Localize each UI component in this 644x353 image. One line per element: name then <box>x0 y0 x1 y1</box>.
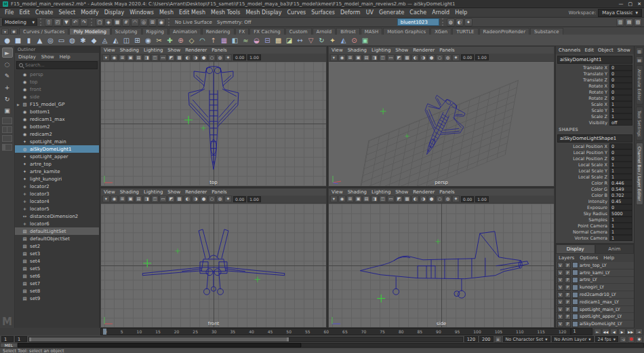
viewport-toolbar-icon[interactable]: ▩ <box>403 196 411 202</box>
open-scene-icon[interactable]: ◰ <box>54 18 62 26</box>
viewport-toolbar-icon[interactable]: ● <box>428 54 435 61</box>
outliner-item[interactable]: ◉ bottom1 <box>15 108 99 115</box>
viewport-toolbar-icon[interactable]: ◐ <box>411 54 419 61</box>
viewport-toolbar-icon[interactable]: ▣ <box>127 54 134 61</box>
channel-label[interactable]: Normal Camera <box>556 229 609 235</box>
viewport-toolbar-icon[interactable]: ◩ <box>167 54 175 61</box>
viewport-toolbar-icon[interactable]: ▾ <box>330 196 338 202</box>
channel-value-field[interactable]: 0.446 <box>609 180 632 186</box>
viewport-toolbar-icon[interactable]: ◨ <box>143 196 150 202</box>
outliner-item[interactable]: ▶ ▧ F15_model_GP <box>15 100 99 108</box>
display-layer-row[interactable]: V P kunogiri_LY <box>556 284 634 291</box>
layer-editor-menu-item[interactable]: Options <box>580 255 598 261</box>
channel-label[interactable]: Translate X <box>556 65 609 71</box>
channel-value-field[interactable]: 0 <box>609 143 632 149</box>
shelf-tool-icon[interactable]: ✚ <box>165 35 175 45</box>
outliner-item[interactable]: ◉ redicam1_max <box>15 115 99 123</box>
outliner-item[interactable]: ▤ set4 <box>15 257 99 265</box>
viewport-toolbar-icon[interactable]: ◫ <box>379 196 386 202</box>
outliner-item[interactable]: ✦ artre_kamite <box>15 168 99 175</box>
menu-item[interactable]: Generate <box>376 10 407 16</box>
outliner-item[interactable]: ◉ front <box>15 86 99 93</box>
live-surface-dropdown[interactable]: No Live Surface <box>173 20 214 25</box>
viewport-toolbar-icon[interactable]: ✷ <box>452 54 460 61</box>
animation-end-field[interactable]: 200 <box>479 336 493 342</box>
shelf-tool-icon[interactable]: ▽ <box>306 35 316 45</box>
close-button[interactable]: ✕ <box>637 1 641 7</box>
channel-value-field[interactable]: 0.45 <box>609 198 632 204</box>
outliner-item[interactable]: ◉ redicam2 <box>15 130 99 138</box>
channel-label[interactable]: Visibility <box>556 120 609 126</box>
layer-playback-toggle[interactable]: P <box>565 284 571 291</box>
display-layer-row[interactable]: V P spotLight_main_LY <box>556 306 634 314</box>
workspace-selector[interactable]: Maya Classic▾ <box>598 9 642 17</box>
snap-curve-icon[interactable]: ◠ <box>131 18 139 26</box>
viewport-menu-item[interactable]: View <box>104 48 115 53</box>
channel-label[interactable]: Rotate Z <box>556 96 609 101</box>
range-slider[interactable] <box>28 337 463 342</box>
channel-value-field[interactable]: 0 <box>609 83 632 89</box>
outliner-item[interactable]: ▤ defaultLightSet <box>15 227 99 235</box>
display-layer-row[interactable]: V P artre_kami_LY <box>556 270 634 277</box>
viewport-menu-item[interactable]: Show <box>395 48 408 53</box>
shelf-tab[interactable]: TURTLE <box>452 28 478 35</box>
shelf-tab[interactable]: RadeonProRender <box>479 28 530 35</box>
channel-label[interactable]: Intensity <box>556 199 609 204</box>
channel-box-menu-item[interactable]: Object <box>598 48 613 53</box>
viewport-menu-item[interactable]: Renderer <box>185 189 207 195</box>
viewport-menu-item[interactable]: Panels <box>212 189 227 195</box>
scale-tool[interactable]: ▣ <box>2 105 13 115</box>
shelf-tab[interactable]: Motion Graphics <box>383 28 430 35</box>
viewport-toolbar-icon[interactable]: ◑ <box>420 196 427 202</box>
display-layer-row[interactable]: V P aiSkyDomeLight_LY <box>556 320 634 328</box>
outliner-item[interactable]: ▤ set9 <box>15 295 99 302</box>
menu-item[interactable]: Mesh Display <box>243 10 284 16</box>
viewport-toolbar-icon[interactable]: ● <box>200 196 207 202</box>
select-tool[interactable]: ► <box>2 48 13 58</box>
play-forward-button[interactable]: ▶ <box>618 329 626 335</box>
range-slider-bar[interactable] <box>29 337 289 341</box>
symmetry-dropdown[interactable]: Symmetry: Off <box>215 20 254 25</box>
paint-select-tool[interactable]: ✎ <box>2 71 13 81</box>
channel-value-field[interactable]: 1 <box>609 217 632 223</box>
shelf-tab[interactable]: Animation <box>169 28 201 35</box>
layer-playback-toggle[interactable]: P <box>565 314 571 320</box>
channel-label[interactable]: Local Scale Z <box>556 174 609 180</box>
layer-editor-menu-item[interactable]: Help <box>603 255 614 261</box>
channel-value-field[interactable]: 0 <box>609 95 632 101</box>
shelf-tool-icon[interactable]: ◒ <box>251 35 262 45</box>
layer-visibility-toggle[interactable]: V <box>557 270 563 276</box>
viewport-toolbar-icon[interactable]: ○ <box>436 196 443 202</box>
channel-label[interactable]: Color G <box>556 187 609 192</box>
shelf-tool-icon[interactable]: ↻ <box>317 35 327 45</box>
menu-item[interactable]: Select <box>56 10 78 16</box>
auto-keyframe-button[interactable] <box>628 336 635 343</box>
layer-playback-toggle[interactable]: P <box>565 270 571 276</box>
menu-item[interactable]: Cache <box>407 10 429 16</box>
layout-three-pane-button[interactable] <box>2 144 12 151</box>
viewport-toolbar-icon[interactable]: ◉ <box>110 196 118 202</box>
channel-label[interactable]: Translate Y <box>556 71 609 77</box>
viewport-toolbar-icon[interactable]: ▭ <box>387 196 395 202</box>
layer-visibility-toggle[interactable]: V <box>557 262 563 268</box>
viewport-toolbar-icon[interactable]: ◑ <box>420 54 427 61</box>
shelf-tab[interactable]: Arnold <box>313 28 336 35</box>
channel-label[interactable]: Color B <box>556 193 609 198</box>
shelf-tool-icon[interactable]: ■ <box>13 35 23 45</box>
menu-item[interactable]: Windows <box>127 10 157 16</box>
search-input[interactable] <box>25 62 95 68</box>
outliner-item[interactable]: ▤ set3 <box>15 250 99 257</box>
shelf-tab[interactable]: FX Caching <box>249 28 284 35</box>
menu-item[interactable]: Edit Mesh <box>176 10 208 16</box>
viewport-toolbar-icon[interactable]: ◨ <box>371 54 378 61</box>
lasso-tool[interactable]: ◌ <box>2 59 13 69</box>
shelf-tool-icon[interactable]: ◆ <box>89 35 99 45</box>
shelf-tool-icon[interactable]: ≈ <box>241 35 251 45</box>
viewport-canvas-side[interactable]: side <box>329 204 554 328</box>
shelf-tool-icon[interactable]: ◫ <box>121 35 132 45</box>
channel-value-field[interactable]: 1 <box>609 113 632 119</box>
gamma-field[interactable]: 1.00 <box>475 54 488 60</box>
layer-playback-toggle[interactable]: P <box>565 299 571 305</box>
shelf-tool-icon[interactable]: ◎ <box>45 35 56 45</box>
outliner-item[interactable]: ▤ set7 <box>15 280 99 287</box>
